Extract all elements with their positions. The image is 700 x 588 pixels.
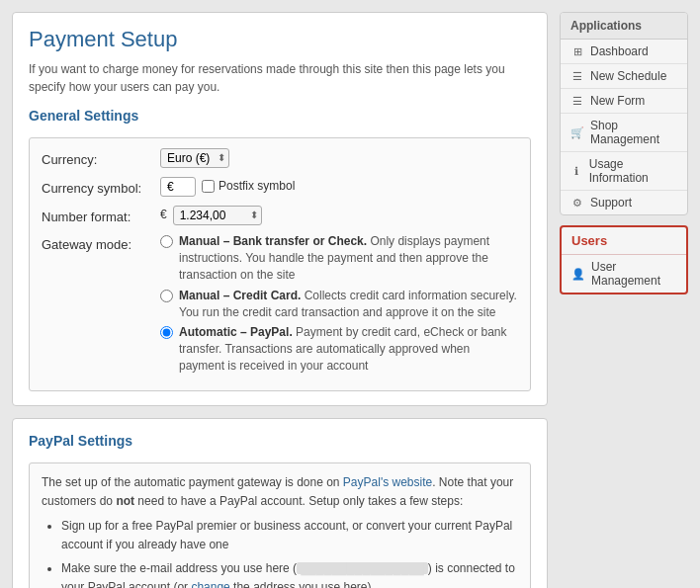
sidebar-item-dashboard[interactable]: ⊞ Dashboard bbox=[561, 40, 687, 64]
gateway-bank-label: Manual – Bank transfer or Check. Only di… bbox=[179, 233, 518, 283]
paypal-section-title: PayPal Settings bbox=[29, 433, 531, 453]
shop-icon: 🛒 bbox=[570, 126, 584, 139]
currency-select[interactable]: Euro (€) bbox=[160, 148, 229, 168]
applications-title: Applications bbox=[561, 13, 687, 40]
paypal-step-2: Make sure the e-mail address you use her… bbox=[61, 559, 518, 588]
sidebar-item-support[interactable]: ⚙ Support bbox=[561, 191, 687, 214]
gateway-option-paypal[interactable]: Automatic – PayPal. Payment by credit ca… bbox=[160, 324, 518, 374]
number-format-label: Number format: bbox=[42, 206, 160, 228]
currency-select-wrapper[interactable]: Euro (€) bbox=[160, 148, 229, 169]
page-description: If you want to charge money for reservat… bbox=[29, 60, 531, 96]
sidebar-label-new-form: New Form bbox=[590, 94, 645, 108]
paypal-step-1: Sign up for a free PayPal premier or bus… bbox=[61, 517, 518, 554]
users-title: Users bbox=[562, 227, 686, 255]
currency-row: Currency: Euro (€) bbox=[42, 148, 518, 171]
gateway-mode-row: Gateway mode: Manual – Bank transfer or … bbox=[42, 233, 518, 374]
dashboard-icon: ⊞ bbox=[570, 45, 584, 58]
currency-symbol-row: Currency symbol: Postfix symbol bbox=[42, 177, 518, 200]
users-section: Users 👤 User Management bbox=[560, 225, 688, 294]
postfix-symbol-checkbox[interactable] bbox=[202, 180, 215, 193]
number-format-prefix: € bbox=[160, 206, 167, 224]
paypal-steps-list: Sign up for a free PayPal premier or bus… bbox=[61, 517, 518, 588]
sidebar-item-new-form[interactable]: ☰ New Form bbox=[561, 89, 687, 114]
general-settings-box: Currency: Euro (€) Currency symbol: bbox=[29, 137, 531, 391]
gateway-option-credit[interactable]: Manual – Credit Card. Collects credit ca… bbox=[160, 288, 518, 321]
info-icon: ℹ bbox=[570, 165, 583, 178]
gateway-radio-paypal[interactable] bbox=[160, 326, 173, 339]
sidebar-item-usage-information[interactable]: ℹ Usage Information bbox=[561, 152, 687, 191]
paypal-settings-panel: PayPal Settings The set up of the automa… bbox=[12, 418, 548, 588]
sidebar-item-shop-management[interactable]: 🛒 Shop Management bbox=[561, 114, 687, 152]
number-format-control: € 1.234,00 bbox=[160, 206, 518, 226]
user-icon: 👤 bbox=[571, 268, 585, 281]
gateway-radio-credit[interactable] bbox=[160, 290, 173, 302]
currency-label: Currency: bbox=[42, 148, 160, 171]
gateway-paypal-label: Automatic – PayPal. Payment by credit ca… bbox=[179, 324, 518, 374]
paypal-website-link[interactable]: PayPal's website bbox=[343, 475, 432, 489]
currency-symbol-label: Currency symbol: bbox=[42, 177, 160, 200]
applications-section: Applications ⊞ Dashboard ☰ New Schedule … bbox=[560, 12, 688, 215]
postfix-symbol-label[interactable]: Postfix symbol bbox=[202, 177, 295, 196]
page-title: Payment Setup bbox=[29, 27, 531, 52]
number-format-row: Number format: € 1.234,00 bbox=[42, 206, 518, 228]
sidebar-label-user-management: User Management bbox=[591, 260, 676, 288]
sidebar-label-dashboard: Dashboard bbox=[590, 44, 649, 58]
gateway-options: Manual – Bank transfer or Check. Only di… bbox=[160, 233, 518, 374]
form-icon: ☰ bbox=[570, 95, 584, 108]
gateway-credit-label: Manual – Credit Card. Collects credit ca… bbox=[179, 288, 518, 321]
paypal-intro: The set up of the automatic payment gate… bbox=[42, 473, 518, 511]
sidebar-label-new-schedule: New Schedule bbox=[590, 69, 666, 83]
paypal-settings-box: The set up of the automatic payment gate… bbox=[29, 462, 531, 588]
gateway-mode-label: Gateway mode: bbox=[42, 233, 160, 256]
change-address-link[interactable]: change bbox=[191, 580, 229, 588]
sidebar-item-new-schedule[interactable]: ☰ New Schedule bbox=[561, 64, 687, 89]
sidebar: Applications ⊞ Dashboard ☰ New Schedule … bbox=[560, 12, 688, 588]
sidebar-label-support: Support bbox=[590, 196, 632, 210]
currency-symbol-control: Postfix symbol bbox=[160, 177, 518, 197]
sidebar-label-usage: Usage Information bbox=[589, 157, 677, 185]
currency-symbol-input[interactable] bbox=[160, 177, 196, 197]
gateway-radio-bank[interactable] bbox=[160, 235, 173, 248]
number-format-select[interactable]: 1.234,00 bbox=[173, 206, 262, 225]
currency-control: Euro (€) bbox=[160, 148, 518, 169]
schedule-icon: ☰ bbox=[570, 70, 584, 83]
sidebar-label-shop: Shop Management bbox=[590, 119, 677, 146]
sidebar-item-user-management[interactable]: 👤 User Management bbox=[562, 255, 686, 293]
email-blurred: ████████████████ bbox=[297, 562, 428, 574]
number-format-select-wrapper[interactable]: 1.234,00 bbox=[173, 206, 262, 226]
support-icon: ⚙ bbox=[570, 197, 584, 210]
payment-setup-panel: Payment Setup If you want to charge mone… bbox=[12, 12, 548, 406]
gateway-option-bank[interactable]: Manual – Bank transfer or Check. Only di… bbox=[160, 233, 518, 283]
gateway-mode-control: Manual – Bank transfer or Check. Only di… bbox=[160, 233, 518, 374]
general-settings-title: General Settings bbox=[29, 108, 531, 127]
